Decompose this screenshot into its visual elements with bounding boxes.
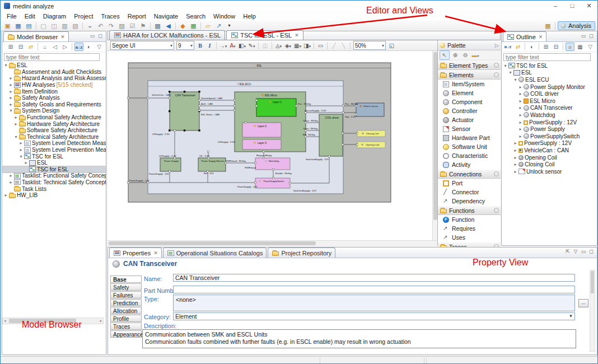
outline-item-vehiclecan-can[interactable]: ▸VehicleCan : CAN (502, 147, 597, 154)
model-browser-item-assesment-and-audit-checklists[interactable]: ▸Assesment and Audit Checklists (2, 69, 106, 76)
menu-traces[interactable]: Traces (97, 12, 124, 20)
port[interactable] (305, 111, 306, 113)
block-coil-driver[interactable]: COIL driver (319, 114, 343, 156)
outline-item-esl[interactable]: ▾ESL (502, 69, 597, 77)
report-icon[interactable]: ▩ (153, 21, 162, 30)
menu-window[interactable]: Window (209, 12, 239, 20)
properties-tab-operational-situations-catalogs[interactable]: Operational Situations Catalogs (163, 248, 267, 258)
expand-arrow-icon[interactable]: ▸ (24, 160, 29, 165)
side-tab-appearance[interactable]: Appearance (110, 330, 142, 338)
maximize-view-icon[interactable]: ◻ (587, 33, 595, 40)
viewport-icon[interactable]: ▭ (316, 41, 325, 50)
bold-icon[interactable]: B (196, 41, 204, 50)
model-browser-tab[interactable]: Model Browser ✕ (3, 31, 69, 41)
port[interactable] (233, 105, 235, 106)
menu-navigate[interactable]: Navigate (150, 12, 182, 20)
model-browser-item-esl[interactable]: ▾ESL (2, 62, 106, 69)
port[interactable] (355, 105, 357, 106)
expand-all-icon[interactable]: ⊞ (6, 43, 15, 51)
editor-tab-tsc-for-esl-esl[interactable]: TSC for ESL - ESL✕ (226, 30, 303, 40)
block-can-transceiver[interactable]: CAN Transceiver (169, 91, 200, 132)
model-browser-item-functional-safety-architecture[interactable]: ▸Functional Safety Architecture (2, 114, 106, 121)
home-icon[interactable]: ⌂ (40, 43, 49, 51)
italic-icon[interactable]: I (205, 41, 214, 50)
palette-item-dependency[interactable]: Dependency (438, 197, 501, 206)
side-tab-failures[interactable]: Failures (110, 291, 142, 298)
block-power-supply-switch[interactable]: PowerSupplySwitch (255, 178, 290, 188)
sort-alpha-icon[interactable]: a↓z (74, 43, 83, 51)
expand-all-icon[interactable]: ⊞ (541, 43, 550, 51)
minimize-view-icon[interactable]: ▭ (580, 249, 587, 255)
back-icon[interactable]: ◁ (50, 43, 59, 51)
outline-item-can-transceiver[interactable]: ▸CAN Transceiver (502, 105, 597, 112)
view-menu-icon[interactable]: ▽ (586, 43, 595, 51)
audio-icon[interactable]: ◀ (163, 21, 173, 30)
expand-arrow-icon[interactable]: ▸ (518, 105, 523, 110)
side-tab-profile[interactable]: Profile (110, 315, 142, 322)
port[interactable] (233, 99, 235, 101)
expand-arrow-icon[interactable]: ▸ (513, 162, 518, 167)
perspective-analysis-button[interactable]: Analysis (558, 21, 595, 30)
menu-search[interactable]: Search (182, 12, 209, 20)
expand-arrow-icon[interactable]: ▸ (8, 89, 13, 94)
block-opening-coil[interactable]: Opening Coil (357, 142, 385, 148)
font-family-combo[interactable]: Segoe UI▾ (110, 41, 174, 50)
palette-group-functions[interactable]: Functions (438, 206, 501, 215)
copy-icon[interactable]: ◫ (49, 21, 59, 30)
type-browse-button[interactable]: ... (578, 299, 588, 307)
collapse-arrow-icon[interactable]: ▾ (513, 77, 518, 82)
collapse-arrow-icon[interactable]: ▾ (18, 154, 24, 159)
expand-arrow-icon[interactable]: ▸ (8, 76, 13, 81)
palette-collapse-icon[interactable]: ▷ (495, 43, 499, 48)
menu-diagram[interactable]: Diagram (39, 12, 71, 20)
fill-color-icon[interactable]: ◧▾ (238, 41, 246, 50)
port[interactable] (289, 182, 291, 184)
new-table-icon[interactable]: ▦ (13, 21, 23, 30)
menu-help[interactable]: Help (239, 12, 260, 20)
category-dropdown[interactable] (173, 312, 575, 320)
model-browser-item-tsc-for-esl[interactable]: ▾TSC for ESL (2, 153, 106, 160)
collapse-arrow-icon[interactable]: ▾ (3, 63, 8, 68)
expand-arrow-icon[interactable]: ▸ (518, 113, 523, 118)
port[interactable] (169, 170, 170, 172)
close-button[interactable]: ✕ (581, 1, 597, 11)
block-power-supply[interactable]: Power Supply (160, 158, 181, 171)
collapse-arrow-icon[interactable]: ▾ (13, 134, 18, 139)
port[interactable] (245, 122, 246, 123)
port[interactable] (233, 109, 235, 111)
zoom-in-icon[interactable]: ⊕ (451, 51, 460, 59)
collapse-all-icon[interactable]: ⊟ (552, 43, 560, 51)
side-tab-traces[interactable]: Traces (110, 323, 142, 330)
arrow-style-icon[interactable]: →▾ (219, 41, 227, 50)
select-mode-icon[interactable]: ◬▾ (274, 41, 283, 50)
outline-item-powersupply-12v[interactable]: ▸PowerSupply : 12V (502, 119, 597, 126)
port[interactable] (342, 143, 343, 145)
menu-project[interactable]: Project (70, 12, 97, 20)
outline-item-coil-driver[interactable]: ▸COIL driver (502, 90, 597, 97)
print-icon[interactable]: ▥ (60, 21, 69, 30)
palette-group-elements[interactable]: Elements (438, 70, 501, 80)
outline-item-power-supply-monitor[interactable]: ▸Power Supply Monitor (502, 83, 597, 91)
model-browser-item-hazard-analysis-and-risk-assessment[interactable]: ▸Hazard Analysis and Risk Assessment (2, 75, 106, 82)
font-color-icon[interactable]: A▾ (228, 41, 237, 50)
port[interactable] (356, 143, 358, 145)
port[interactable] (207, 170, 208, 172)
palette-item-function[interactable]: Function (438, 215, 501, 224)
model-browser-item-system-level-detection-measures[interactable]: ▸System Level Detection Measures (2, 140, 106, 147)
port[interactable] (127, 97, 129, 99)
expand-arrow-icon[interactable]: ▸ (13, 115, 18, 120)
port[interactable] (254, 162, 256, 164)
port[interactable] (127, 181, 129, 183)
name-field[interactable] (173, 274, 575, 282)
expand-arrow-icon[interactable]: ▸ (518, 91, 523, 96)
port[interactable] (295, 105, 297, 106)
maximize-view-icon[interactable]: ◻ (96, 33, 104, 40)
menu-file[interactable]: File (3, 12, 21, 20)
export-icon[interactable]: ▧ (71, 21, 80, 30)
canvas-vscrollbar[interactable] (432, 51, 437, 240)
zoom-combo[interactable]: 50%▾ (353, 41, 386, 50)
port[interactable] (174, 157, 175, 158)
fit-page-icon[interactable]: ◱ (387, 41, 396, 50)
model-browser-item-hardware-safety-architecture[interactable]: ▸Hardware Safety Architecture (2, 120, 106, 127)
expand-arrow-icon[interactable]: ▸ (8, 102, 13, 107)
